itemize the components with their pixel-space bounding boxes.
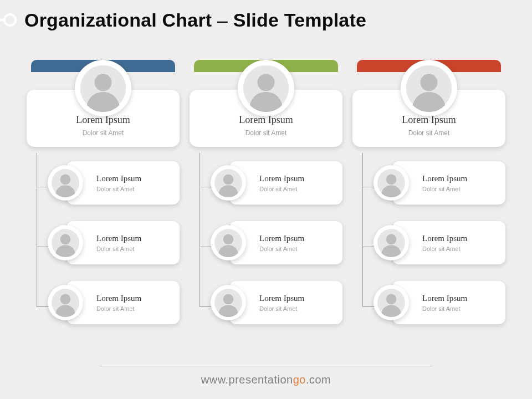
child-subtitle: Dolor sit Amet — [259, 245, 342, 252]
avatar — [48, 165, 83, 201]
person-icon — [79, 64, 127, 112]
child-card: Lorem Ipsum Dolor sit Amet — [229, 281, 342, 324]
child-name: Lorem Ipsum — [96, 294, 180, 303]
child-card: Lorem Ipsum Dolor sit Amet — [66, 161, 180, 204]
child-subtitle: Dolor sit Amet — [422, 245, 505, 252]
child-name: Lorem Ipsum — [259, 294, 342, 303]
org-column: Lorem Ipsum Dolor sit Amet Lorem Ipsum D… — [27, 65, 180, 341]
person-icon — [51, 168, 80, 197]
head-subtitle: Dolor sit Amet — [195, 129, 337, 137]
org-column: Lorem Ipsum Dolor sit Amet Lorem Ipsum D… — [190, 65, 342, 341]
org-column: Lorem Ipsum Dolor sit Amet Lorem Ipsum D… — [352, 65, 505, 341]
child-node: Lorem Ipsum Dolor sit Amet — [53, 221, 180, 264]
person-icon — [377, 168, 406, 197]
child-name: Lorem Ipsum — [422, 234, 505, 243]
child-subtitle: Dolor sit Amet — [259, 186, 342, 192]
person-icon — [405, 64, 453, 112]
child-node: Lorem Ipsum Dolor sit Amet — [379, 221, 505, 264]
person-icon — [377, 228, 406, 257]
head-card: Lorem Ipsum Dolor sit Amet — [27, 90, 180, 147]
children-list: Lorem Ipsum Dolor sit Amet Lorem Ipsum D… — [379, 161, 505, 324]
child-subtitle: Dolor sit Amet — [96, 186, 180, 192]
child-subtitle: Dolor sit Amet — [422, 305, 505, 312]
title-part-2: Slide Template — [233, 9, 366, 30]
footer-link: www.presentationgo.com — [0, 374, 532, 386]
head-subtitle: Dolor sit Amet — [32, 129, 174, 137]
child-card: Lorem Ipsum Dolor sit Amet — [229, 221, 342, 264]
child-name: Lorem Ipsum — [96, 174, 180, 183]
person-icon — [242, 64, 290, 112]
avatar — [374, 285, 409, 320]
child-node: Lorem Ipsum Dolor sit Amet — [216, 161, 342, 204]
child-name: Lorem Ipsum — [422, 174, 505, 183]
child-node: Lorem Ipsum Dolor sit Amet — [53, 161, 180, 204]
children-list: Lorem Ipsum Dolor sit Amet Lorem Ipsum D… — [216, 161, 342, 324]
child-node: Lorem Ipsum Dolor sit Amet — [53, 281, 180, 324]
child-card: Lorem Ipsum Dolor sit Amet — [392, 221, 505, 264]
child-subtitle: Dolor sit Amet — [259, 305, 342, 312]
child-node: Lorem Ipsum Dolor sit Amet — [379, 281, 505, 324]
avatar — [48, 285, 83, 320]
head-card: Lorem Ipsum Dolor sit Amet — [352, 90, 505, 147]
head-card: Lorem Ipsum Dolor sit Amet — [190, 90, 342, 147]
avatar — [211, 225, 246, 260]
avatar — [238, 60, 294, 116]
head-subtitle: Dolor sit Amet — [358, 129, 500, 137]
person-icon — [51, 288, 80, 317]
child-subtitle: Dolor sit Amet — [422, 186, 505, 192]
person-icon — [51, 228, 80, 257]
avatar — [374, 225, 409, 260]
children-list: Lorem Ipsum Dolor sit Amet Lorem Ipsum D… — [53, 161, 180, 324]
org-chart: Lorem Ipsum Dolor sit Amet Lorem Ipsum D… — [27, 65, 505, 341]
person-icon — [214, 228, 243, 257]
header-bullet-ring-icon — [3, 13, 17, 27]
person-icon — [377, 288, 406, 317]
avatar — [374, 165, 409, 201]
child-subtitle: Dolor sit Amet — [96, 305, 180, 312]
connector-trunk — [37, 153, 37, 306]
person-icon — [214, 168, 243, 197]
title-part-1: Organizational Chart — [24, 9, 212, 30]
avatar — [401, 60, 457, 116]
footer-divider — [100, 366, 432, 366]
child-card: Lorem Ipsum Dolor sit Amet — [66, 281, 180, 324]
child-node: Lorem Ipsum Dolor sit Amet — [379, 161, 505, 204]
person-icon — [214, 288, 243, 317]
child-card: Lorem Ipsum Dolor sit Amet — [229, 161, 342, 204]
child-name: Lorem Ipsum — [422, 294, 505, 303]
connector-trunk — [362, 153, 363, 306]
avatar — [48, 225, 83, 260]
child-name: Lorem Ipsum — [259, 234, 342, 243]
slide-header: Organizational Chart – Slide Template — [0, 6, 366, 34]
title-dash: – — [217, 9, 233, 30]
slide-title: Organizational Chart – Slide Template — [24, 9, 366, 31]
child-name: Lorem Ipsum — [259, 174, 342, 183]
child-card: Lorem Ipsum Dolor sit Amet — [392, 161, 505, 204]
child-card: Lorem Ipsum Dolor sit Amet — [392, 281, 505, 324]
avatar — [211, 165, 246, 201]
child-card: Lorem Ipsum Dolor sit Amet — [66, 221, 180, 264]
child-node: Lorem Ipsum Dolor sit Amet — [216, 281, 342, 324]
avatar — [75, 60, 131, 116]
avatar — [211, 285, 246, 320]
child-node: Lorem Ipsum Dolor sit Amet — [216, 221, 342, 264]
child-name: Lorem Ipsum — [96, 234, 180, 243]
connector-trunk — [200, 153, 200, 306]
child-subtitle: Dolor sit Amet — [96, 245, 180, 252]
